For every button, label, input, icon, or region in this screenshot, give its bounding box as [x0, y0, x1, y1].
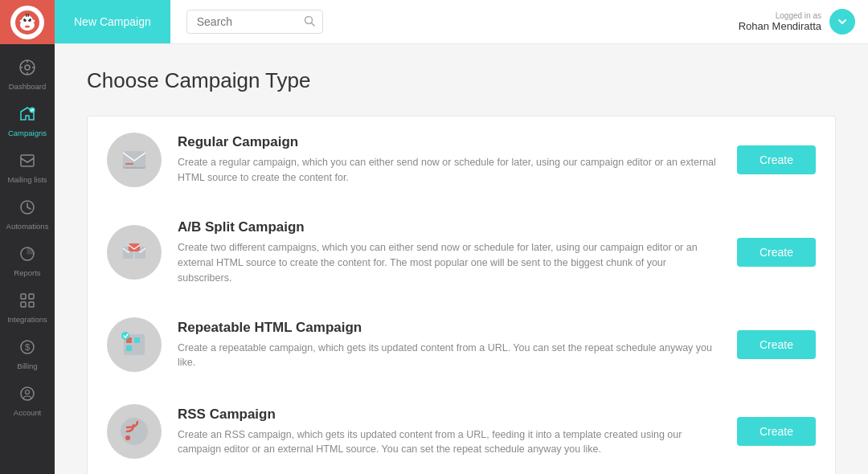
logged-in-as-label: Logged in as: [739, 11, 821, 20]
main-area: New Campaign Logged in as Rohan Mendirat…: [55, 0, 868, 474]
svg-rect-9: [26, 14, 27, 17]
account-label: Account: [14, 408, 41, 417]
svg-point-7: [31, 19, 35, 22]
sidebar-item-reports[interactable]: Reports: [0, 237, 55, 284]
sidebar-item-integrations[interactable]: Integrations: [0, 284, 55, 330]
sidebar-item-campaigns[interactable]: Campaigns: [0, 97, 55, 144]
svg-rect-23: [21, 302, 26, 307]
sidebar-nav: Dashboard Campaigns Mailing lists: [0, 44, 55, 423]
campaign-icon-ab: [107, 225, 162, 280]
campaign-icon-regular: [107, 133, 162, 187]
user-name: Rohan Mendiratta: [739, 20, 821, 32]
sidebar-item-billing[interactable]: $ Billing: [0, 330, 55, 377]
search-input[interactable]: [186, 10, 323, 34]
campaign-row-repeatable: Repeatable HTML Campaign Create a repeat…: [87, 301, 836, 388]
campaign-icon-rss: [107, 404, 162, 459]
logo: [0, 0, 55, 44]
svg-point-6: [20, 19, 24, 22]
create-button-ab[interactable]: Create: [737, 238, 816, 267]
svg-rect-40: [126, 345, 132, 351]
svg-point-28: [26, 390, 30, 394]
automations-icon: [18, 198, 36, 219]
svg-rect-39: [134, 337, 140, 343]
svg-rect-41: [134, 345, 140, 351]
account-icon: [18, 385, 36, 405]
billing-label: Billing: [17, 362, 37, 370]
svg-point-12: [25, 65, 30, 70]
mailing-lists-label: Mailing lists: [7, 175, 47, 184]
search-icon: [304, 15, 315, 29]
dashboard-icon: [18, 59, 36, 79]
svg-point-43: [121, 418, 148, 445]
main-content: Choose Campaign Type Regular Campaign Cr…: [55, 44, 868, 474]
campaign-desc-ab: Create two different campaigns, which yo…: [178, 240, 721, 285]
svg-point-8: [25, 15, 30, 20]
svg-point-42: [121, 332, 129, 340]
logo-icon: [10, 6, 44, 39]
user-info: Logged in as Rohan Mendiratta: [739, 11, 821, 32]
reports-icon: [18, 245, 36, 265]
svg-rect-18: [21, 155, 34, 166]
campaigns-label: Campaigns: [8, 129, 47, 137]
campaign-name-repeatable: Repeatable HTML Campaign: [178, 320, 721, 336]
search-container: [186, 10, 323, 34]
svg-point-44: [125, 435, 130, 440]
campaign-row-ab: A/B Split Campaign Create two different …: [87, 203, 836, 301]
campaign-info-regular: Regular Campaign Create a regular campai…: [178, 134, 721, 186]
campaign-info-rss: RSS Campaign Create an RSS campaign, whi…: [178, 407, 721, 458]
sidebar-item-automations[interactable]: Automations: [0, 190, 55, 237]
svg-text:$: $: [25, 342, 30, 352]
svg-rect-36: [129, 243, 140, 251]
svg-rect-10: [28, 14, 30, 17]
sidebar-item-account[interactable]: Account: [0, 377, 55, 423]
integrations-label: Integrations: [7, 315, 47, 324]
svg-point-5: [25, 25, 30, 27]
campaign-desc-regular: Create a regular campaign, which you can…: [178, 155, 721, 186]
svg-rect-24: [29, 302, 34, 307]
new-campaign-tab[interactable]: New Campaign: [55, 0, 170, 43]
mailing-lists-icon: [18, 152, 36, 172]
campaign-list: Regular Campaign Create a regular campai…: [87, 116, 836, 474]
campaign-row-regular: Regular Campaign Create a regular campai…: [87, 116, 836, 203]
dashboard-label: Dashboard: [9, 82, 46, 91]
page-title: Choose Campaign Type: [87, 68, 836, 93]
campaign-desc-rss: Create an RSS campaign, which gets its u…: [178, 427, 721, 458]
user-dropdown-button[interactable]: [829, 9, 855, 35]
campaign-name-ab: A/B Split Campaign: [178, 219, 721, 235]
svg-rect-22: [29, 294, 34, 299]
integrations-icon: [18, 292, 36, 312]
sidebar-item-mailing-lists[interactable]: Mailing lists: [0, 144, 55, 190]
svg-rect-21: [21, 294, 26, 299]
topbar: New Campaign Logged in as Rohan Mendirat…: [55, 0, 868, 44]
campaign-row-rss: RSS Campaign Create an RSS campaign, whi…: [87, 388, 836, 474]
campaigns-icon: [18, 105, 36, 125]
campaign-name-rss: RSS Campaign: [178, 407, 721, 423]
user-area: Logged in as Rohan Mendiratta: [739, 9, 868, 35]
campaign-icon-repeatable: [107, 317, 162, 372]
create-button-regular[interactable]: Create: [737, 145, 816, 174]
automations-label: Automations: [6, 222, 49, 231]
campaign-name-regular: Regular Campaign: [178, 134, 721, 150]
create-button-repeatable[interactable]: Create: [737, 330, 816, 359]
reports-label: Reports: [14, 268, 40, 277]
create-button-rss[interactable]: Create: [737, 417, 816, 446]
campaign-desc-repeatable: Create a repeatable campaign, which gets…: [178, 341, 721, 371]
search-area: [170, 10, 739, 34]
sidebar-item-dashboard[interactable]: Dashboard: [0, 51, 55, 97]
svg-line-30: [311, 22, 314, 26]
svg-rect-33: [125, 163, 133, 165]
sidebar: Dashboard Campaigns Mailing lists: [0, 0, 55, 474]
campaign-info-repeatable: Repeatable HTML Campaign Create a repeat…: [178, 320, 721, 371]
campaign-info-ab: A/B Split Campaign Create two different …: [178, 219, 721, 285]
billing-icon: $: [18, 338, 36, 358]
